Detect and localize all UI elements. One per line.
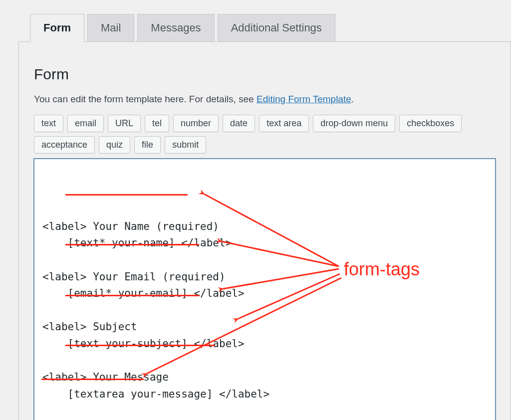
- tag-button-checkboxes[interactable]: checkboxes: [399, 115, 462, 132]
- app-window: FormMailMessagesAdditional Settings Form…: [0, 0, 511, 420]
- underline-2: [65, 244, 199, 245]
- svg-line-0: [204, 194, 339, 266]
- help-suffix: .: [351, 94, 354, 104]
- underline-5: [41, 379, 144, 380]
- tab-bar: FormMailMessagesAdditional Settings: [0, 0, 511, 42]
- annotation-label: form-tags: [344, 255, 420, 284]
- tag-button-text[interactable]: text: [34, 115, 63, 132]
- editor-line: [42, 403, 487, 420]
- tag-button-text-area[interactable]: text area: [259, 115, 309, 132]
- svg-line-2: [223, 269, 339, 289]
- tag-button-tel[interactable]: tel: [145, 115, 169, 132]
- tag-button-acceptance[interactable]: acceptance: [34, 136, 95, 154]
- tag-button-url[interactable]: URL: [108, 115, 141, 132]
- svg-line-4: [147, 278, 341, 374]
- help-prefix: You can edit the form template here. For…: [34, 94, 256, 104]
- panel-form: Form You can edit the form template here…: [18, 41, 511, 420]
- tag-buttons-row-2: acceptancequizfilesubmit: [34, 136, 496, 154]
- tag-button-submit[interactable]: submit: [165, 136, 206, 154]
- svg-line-3: [238, 274, 340, 319]
- tag-button-drop-down-menu[interactable]: drop-down menu: [313, 115, 395, 132]
- svg-line-1: [222, 241, 339, 266]
- tab-mail[interactable]: Mail: [87, 14, 134, 42]
- tab-form[interactable]: Form: [30, 14, 84, 42]
- underline-1: [65, 194, 188, 196]
- underline-4: [65, 345, 215, 346]
- underline-3: [65, 295, 199, 296]
- tag-button-file[interactable]: file: [134, 136, 161, 154]
- help-text: You can edit the form template here. For…: [34, 94, 496, 105]
- tag-button-quiz[interactable]: quiz: [99, 136, 130, 154]
- form-template-editor[interactable]: <label> Your Name (required) [text* your…: [34, 159, 496, 420]
- tag-button-email[interactable]: email: [67, 115, 104, 132]
- tag-buttons-row-1: textemailURLtelnumberdatetext areadrop-d…: [34, 115, 496, 132]
- section-title: Form: [34, 66, 496, 83]
- tab-additional-settings[interactable]: Additional Settings: [218, 14, 335, 42]
- help-link[interactable]: Editing Form Template: [256, 94, 351, 104]
- tag-button-number[interactable]: number: [173, 115, 219, 132]
- tag-button-date[interactable]: date: [223, 115, 255, 132]
- tab-messages[interactable]: Messages: [137, 14, 214, 42]
